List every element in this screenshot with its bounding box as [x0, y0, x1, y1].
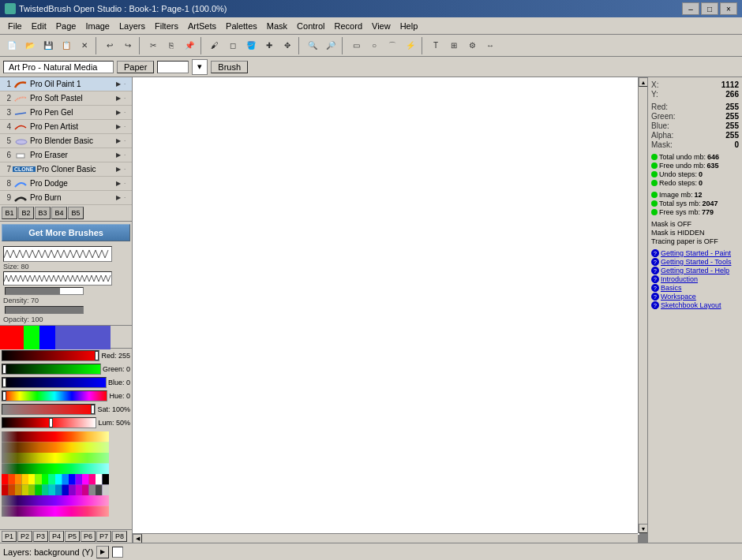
pick-tool[interactable]: ✚	[260, 37, 278, 54]
preset-p5[interactable]: P5	[65, 531, 80, 542]
sat-slider[interactable]	[2, 404, 96, 415]
brush-item-8[interactable]: 8 Pro Dodge ▶ ·	[0, 177, 132, 191]
layer-visibility-checkbox[interactable]	[112, 547, 123, 558]
maximize-button[interactable]: □	[701, 2, 718, 15]
menu-mask[interactable]: Mask	[262, 20, 292, 32]
menu-file[interactable]: File	[3, 20, 27, 32]
menu-help[interactable]: Help	[395, 20, 423, 32]
zoom-in[interactable]: 🔍	[304, 37, 321, 54]
close-button[interactable]: ×	[720, 2, 737, 15]
hue-slider[interactable]	[2, 390, 107, 401]
preset-p6[interactable]: P6	[81, 531, 96, 542]
link-basics[interactable]: ? Basics	[651, 284, 739, 292]
preset-p7[interactable]: P7	[96, 531, 111, 542]
canvas-area[interactable]: ▲ ▼ ◀ ▶	[133, 77, 647, 543]
b3-button[interactable]: B3	[35, 207, 51, 219]
paste-button[interactable]: 📌	[181, 37, 198, 54]
palette-grid[interactable]	[2, 431, 111, 517]
save-button[interactable]: 💾	[39, 37, 57, 54]
transform-btn[interactable]: ↔	[482, 37, 499, 54]
menu-edit[interactable]: Edit	[27, 20, 51, 32]
brush-item-5[interactable]: 5 Pro Blender Basic ▶ ·	[0, 134, 132, 148]
red-slider[interactable]	[2, 350, 99, 361]
brush-item-4[interactable]: 4 Pro Pen Artist ▶ ·	[0, 120, 132, 134]
menu-page[interactable]: Page	[51, 20, 81, 32]
settings-btn[interactable]: ⚙	[463, 37, 481, 54]
brush-item-9[interactable]: 9 Pro Burn ▶ ·	[0, 191, 132, 205]
menu-view[interactable]: View	[367, 20, 395, 32]
brush-item-3[interactable]: 3 Pro Pen Gel ▶ ·	[0, 106, 132, 120]
brush-item-2[interactable]: 2 Pro Soft Pastel ▶ ·	[0, 91, 132, 106]
toolbar-sep-5	[342, 37, 345, 54]
b4-button[interactable]: B4	[51, 207, 67, 219]
menu-filters[interactable]: Filters	[150, 20, 183, 32]
secondary-color[interactable]	[55, 326, 111, 349]
artset-selector[interactable]: Art Pro - Natural Media	[3, 61, 114, 73]
palette-canvas[interactable]	[2, 431, 109, 517]
horizontal-scrollbar[interactable]: ◀ ▶	[133, 533, 638, 543]
preset-p3[interactable]: P3	[33, 531, 48, 542]
close-doc-button[interactable]: ✕	[76, 37, 93, 54]
menu-record[interactable]: Record	[330, 20, 367, 32]
link-introduction[interactable]: ? Introduction	[651, 275, 739, 283]
link-getting-started-paint[interactable]: ? Getting Started - Paint	[651, 249, 739, 257]
rect-select[interactable]: ▭	[347, 37, 365, 54]
blue-slider[interactable]	[2, 377, 107, 388]
density-track[interactable]	[5, 287, 84, 295]
copy-button[interactable]: ⎘	[163, 37, 180, 54]
b5-button[interactable]: B5	[68, 207, 84, 219]
preset-p1[interactable]: P1	[2, 531, 17, 542]
lasso-select[interactable]: ⌒	[384, 37, 401, 54]
brush-tool[interactable]: 🖌	[206, 37, 223, 54]
opacity-track[interactable]	[5, 306, 84, 314]
fill-tool[interactable]: 🪣	[242, 37, 260, 54]
menu-artsets[interactable]: ArtSets	[183, 20, 221, 32]
move-tool[interactable]: ✥	[279, 37, 296, 54]
grid-tool[interactable]: ⊞	[445, 37, 463, 54]
green-slider[interactable]	[2, 364, 101, 375]
eraser-tool[interactable]: ◻	[224, 37, 242, 54]
green-color[interactable]	[24, 326, 39, 349]
redo-button[interactable]: ↪	[119, 37, 137, 54]
paper-button[interactable]: Paper	[117, 61, 154, 73]
menu-control[interactable]: Control	[292, 20, 329, 32]
zoom-out[interactable]: 🔎	[322, 37, 339, 54]
color-palette[interactable]	[0, 431, 132, 529]
link-getting-started-tools[interactable]: ? Getting Started - Tools	[651, 258, 739, 266]
lum-slider[interactable]	[2, 417, 96, 428]
menu-palettes[interactable]: Palettes	[221, 20, 262, 32]
cut-button[interactable]: ✂	[144, 37, 162, 54]
menu-image[interactable]: Image	[81, 20, 114, 32]
paper-value-input[interactable]	[157, 61, 189, 73]
open-button[interactable]: 📂	[21, 37, 39, 54]
link-sketchbook-layout[interactable]: ? Sketchbook Layout	[651, 301, 739, 309]
scroll-left-arrow[interactable]: ◀	[133, 534, 142, 543]
undo-button[interactable]: ↩	[101, 37, 118, 54]
preset-p4[interactable]: P4	[49, 531, 64, 542]
save-as-button[interactable]: 📋	[58, 37, 75, 54]
link-getting-started-help[interactable]: ? Getting Started - Help	[651, 267, 739, 274]
layer-expand-arrow[interactable]: ▶	[96, 546, 109, 558]
vertical-scrollbar[interactable]: ▲ ▼	[638, 77, 647, 533]
blue-color[interactable]	[39, 326, 55, 349]
foreground-color[interactable]	[0, 326, 24, 349]
brush-item-1[interactable]: 1 Pro Oil Paint 1 ▶ ·	[0, 77, 132, 91]
paper-picker-button[interactable]: ▾	[192, 59, 208, 75]
new-button[interactable]: 📄	[3, 37, 21, 54]
more-brushes-button[interactable]: Get More Brushes	[2, 224, 130, 241]
brush-item-6[interactable]: 6 Pro Eraser ▶ ·	[0, 148, 132, 162]
menu-layers[interactable]: Layers	[114, 20, 150, 32]
scroll-down-arrow[interactable]: ▼	[639, 524, 647, 533]
preset-p8[interactable]: P8	[112, 531, 127, 542]
minimize-button[interactable]: –	[682, 2, 699, 15]
b2-button[interactable]: B2	[18, 207, 34, 219]
brush-item-7[interactable]: 7 CLONE Pro Cloner Basic ▶ ·	[0, 162, 132, 177]
drawing-canvas[interactable]	[133, 77, 639, 535]
text-tool[interactable]: T	[427, 37, 444, 54]
magic-select[interactable]: ⚡	[402, 37, 419, 54]
b1-button[interactable]: B1	[2, 207, 17, 219]
scroll-up-arrow[interactable]: ▲	[639, 77, 647, 87]
preset-p2[interactable]: P2	[17, 531, 32, 542]
ellipse-select[interactable]: ○	[365, 37, 383, 54]
link-workspace[interactable]: ? Workspace	[651, 293, 739, 301]
